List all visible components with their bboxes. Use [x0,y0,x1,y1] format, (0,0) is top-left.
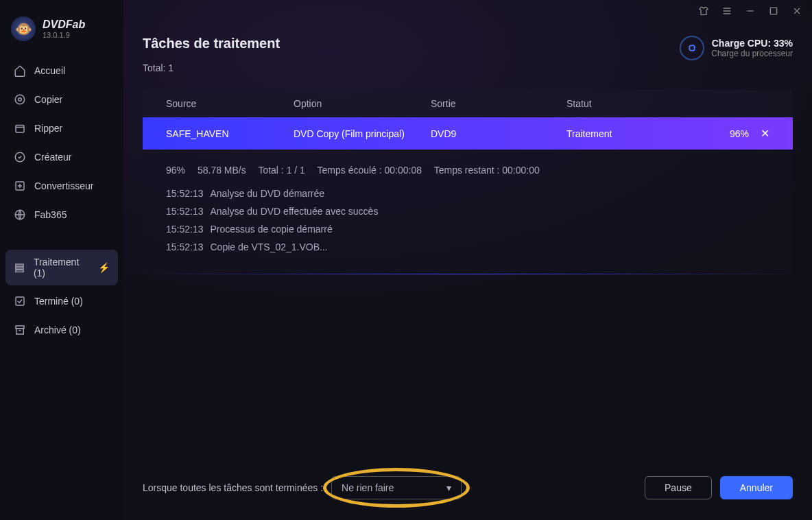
cpu-charge-label: Charge CPU: 33% [711,38,793,49]
tshirt-icon[interactable] [698,5,709,16]
log-line: 15:52:13Copie de VTS_02_1.VOB... [166,239,769,257]
maximize-icon[interactable] [768,5,779,16]
nav-label: Créateur [34,152,71,163]
svg-rect-13 [690,46,695,51]
nav-label: Ripper [34,123,62,134]
brand-version: 13.0.1.9 [43,31,85,39]
archive-icon [14,324,26,336]
svg-rect-8 [16,270,23,272]
nav-main: Accueil Copier Ripper Créateur Convertis… [0,58,123,343]
stat-elapsed: Temps écoulé : 00:00:08 [318,165,422,176]
brand-block: DVDFab 13.0.1.9 [43,19,85,39]
nav-item-archive[interactable]: Archivé (0) [5,317,118,343]
cancel-button[interactable]: Annuler [720,476,793,499]
log-line: 15:52:13Analyse du DVD démarrée [166,185,769,203]
brand-name: DVDFab [43,19,85,31]
page-title: Tâches de traitement [143,36,280,51]
task-row[interactable]: SAFE_HAVEN DVD Copy (Film principal) DVD… [143,117,793,150]
main-panel: Tâches de traitement Total: 1 Charge CPU… [123,0,812,520]
col-header-source: Source [166,98,294,109]
stat-pct: 96% [166,165,185,176]
svg-rect-12 [770,8,776,14]
cpu-ring-icon [680,36,704,60]
nav-item-convertisseur[interactable]: Convertisseur [5,173,118,199]
dropdown-value: Ne rien faire [342,482,394,493]
nav-label: Convertisseur [34,180,93,191]
task-log: 96% 58.78 MB/s Total : 1 / 1 Temps écoul… [143,150,793,268]
page-header: Tâches de traitement Total: 1 Charge CPU… [143,36,793,73]
svg-rect-7 [16,267,23,269]
nav-item-createur[interactable]: Créateur [5,144,118,170]
edit-icon [14,151,26,163]
task-remove-icon[interactable]: ✕ [749,127,769,140]
bolt-icon: ⚡ [98,262,110,273]
cpu-sub-label: Charge du processeur [711,49,793,58]
svg-point-1 [19,98,22,102]
log-line: 15:52:13Analyse du DVD effectuée avec su… [166,203,769,221]
check-icon [14,295,26,307]
task-sortie: DVD9 [431,128,566,139]
log-line: 15:52:13Processus de copie démarré [166,221,769,239]
nav-item-traitement[interactable]: Traitement (1) ⚡ [5,250,118,285]
stat-speed: 58.78 MB/s [198,165,246,176]
nav-label: Fab365 [34,209,67,220]
sidebar: 🐵 DVDFab 13.0.1.9 Accueil Copier Ripper … [0,0,123,520]
nav-label: Archivé (0) [34,324,81,335]
col-header-option: Option [294,98,431,109]
col-header-statut: Statut [566,98,704,109]
disc-icon [14,93,26,106]
task-stats: 96% 58.78 MB/s Total : 1 / 1 Temps écoul… [166,162,769,180]
nav-label: Terminé (0) [34,296,83,307]
close-icon[interactable] [791,5,802,16]
nav-item-ripper[interactable]: Ripper [5,115,118,141]
divider-line [143,274,793,274]
table-header: Source Option Sortie Statut [143,90,793,117]
content-area: Tâches de traitement Total: 1 Charge CPU… [123,22,812,464]
home-icon [14,64,26,77]
svg-rect-6 [16,264,23,266]
svg-rect-11 [16,329,24,334]
task-option: DVD Copy (Film principal) [294,128,431,139]
logo-row: 🐵 DVDFab 13.0.1.9 [0,11,123,58]
col-header-sortie: Sortie [431,98,566,109]
nav-label: Traitement (1) [34,257,90,279]
nav-item-fab365[interactable]: Fab365 [5,202,118,228]
chevron-down-icon: ▾ [446,482,451,493]
svg-rect-9 [16,297,24,305]
task-statut: Traitement [566,128,704,139]
after-tasks-label: Lorsque toutes les tâches sont terminées… [143,482,323,493]
stat-total: Total : 1 / 1 [258,165,304,176]
convert-icon [14,180,26,192]
nav-item-termine[interactable]: Terminé (0) [5,288,118,314]
nav-item-copier[interactable]: Copier [5,86,118,113]
pause-button[interactable]: Pause [645,476,712,499]
nav-item-accueil[interactable]: Accueil [5,58,118,84]
nav-label: Accueil [34,65,65,76]
total-count: Total: 1 [143,62,280,73]
task-percent: 96% [704,128,749,139]
nav-label: Copier [34,94,62,105]
after-tasks-dropdown[interactable]: Ne rien faire ▾ [331,476,462,499]
globe-icon [14,209,26,221]
cpu-status: Charge CPU: 33% Charge du processeur [680,36,793,60]
footer-bar: Lorsque toutes les tâches sont terminées… [123,464,812,520]
box-icon [14,122,26,134]
minimize-icon[interactable] [745,5,756,16]
svg-point-0 [15,95,25,104]
task-table: Source Option Sortie Statut SAFE_HAVEN D… [143,90,793,274]
titlebar [123,0,812,22]
list-icon [14,261,25,274]
stat-remaining: Temps restant : 00:00:00 [434,165,540,176]
svg-rect-2 [16,126,24,133]
app-logo-icon: 🐵 [11,16,36,41]
menu-icon[interactable] [721,5,732,16]
task-source: SAFE_HAVEN [166,128,294,139]
